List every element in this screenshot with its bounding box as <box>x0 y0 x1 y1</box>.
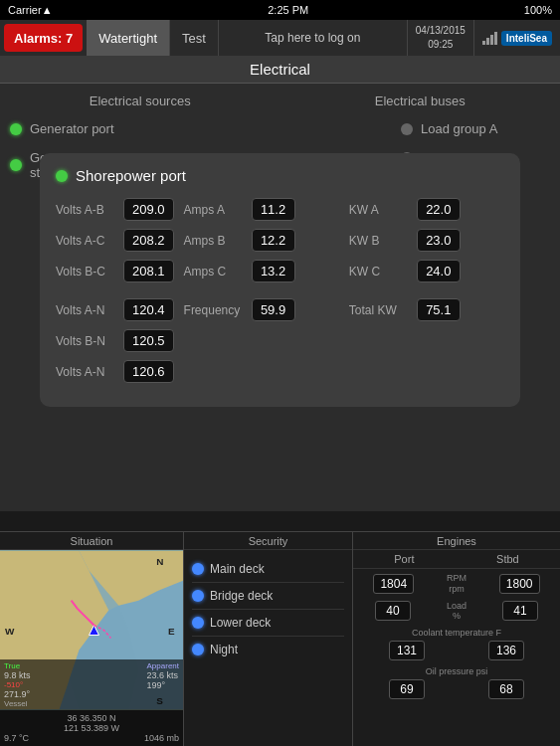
shore-volts-col: Volts A-B 209.0 Volts A-C 208.2 Volts B-… <box>56 198 174 391</box>
port-label: Port <box>394 553 414 565</box>
port-coolant: 131 <box>389 641 425 660</box>
volts-ac-value: 208.2 <box>123 229 174 252</box>
volts-bc-value: 208.1 <box>123 260 174 282</box>
volts-bc-row: Volts B-C 208.1 <box>56 260 174 282</box>
situation-bottom: 36 36.350 N 121 53.389 W 9.7 °C 1046 mb <box>0 710 183 746</box>
port-load: 40 <box>375 601 411 621</box>
source-generator-port: Generator port <box>10 121 139 136</box>
security-title: Security <box>184 532 352 550</box>
stbd-rpm: 1800 <box>499 574 540 594</box>
amps-b-value: 12.2 <box>252 229 295 252</box>
col-headers: Electrical sources Electrical buses <box>0 84 560 114</box>
frequency-row: Frequency 59.9 <box>184 298 339 321</box>
security-night[interactable]: Night <box>192 637 344 662</box>
wifi-icon: ▲ <box>42 4 53 16</box>
volts-bn-row: Volts B-N 120.5 <box>56 329 174 352</box>
frequency-value: 59.9 <box>252 298 295 321</box>
test-tab[interactable]: Test <box>170 20 219 56</box>
engines-title: Engines <box>353 532 560 550</box>
svg-text:N: N <box>156 556 163 567</box>
volts-an-row: Volts A-N 120.4 <box>56 298 174 321</box>
engines-data: 1804 RPM rpm 1800 40 Load % 41 <box>353 569 560 709</box>
vessel-label: Vessel <box>4 699 31 708</box>
datetime-display: 04/13/2015 09:25 <box>408 20 474 56</box>
stbd-load: 41 <box>502 601 538 621</box>
security-panel: Security Main deck Bridge deck Lower dec… <box>184 532 353 746</box>
led-generator-starboard <box>10 159 22 171</box>
volts-an-value: 120.4 <box>123 298 174 321</box>
status-bar: Carrier ▲ 2:25 PM 100% <box>0 0 560 20</box>
kw-b-row: KW B 23.0 <box>349 229 504 252</box>
amps-a-value: 11.2 <box>252 198 295 221</box>
coords2: 121 53.389 W <box>4 723 179 733</box>
volts-ab-value: 209.0 <box>123 198 174 221</box>
amps-c-value: 13.2 <box>252 260 295 282</box>
situation-panel: Situation N S W E <box>0 532 184 746</box>
load-row: 40 Load % 41 <box>359 601 554 623</box>
security-bridge-deck[interactable]: Bridge deck <box>192 583 344 610</box>
kw-c-value: 24.0 <box>417 260 461 282</box>
led-load-a <box>401 123 413 135</box>
coolant-row: Coolant temperature F 131 136 <box>359 628 554 660</box>
map-area[interactable]: N S W E True 9.8 kts -510° 271.9° Vessel… <box>0 550 183 710</box>
situation-title: Situation <box>0 532 183 550</box>
col-header-buses: Electrical buses <box>280 93 561 108</box>
intellisea-logo: InteliSea <box>501 31 552 46</box>
stbd-coolant: 136 <box>488 641 524 660</box>
temp: 9.7 °C <box>4 733 29 743</box>
svg-text:W: W <box>5 626 15 637</box>
log-on-button[interactable]: Tap here to log on <box>219 20 408 56</box>
nav-bar: Alarms: 7 Watertight Test Tap here to lo… <box>0 20 560 56</box>
amps-c-row: Amps C 13.2 <box>184 260 339 282</box>
engines-panel: Engines Port Stbd 1804 RPM rpm 1800 <box>353 532 560 746</box>
security-list: Main deck Bridge deck Lower deck Night <box>184 550 352 668</box>
led-shorepower <box>56 170 68 182</box>
col-header-sources: Electrical sources <box>0 93 280 108</box>
led-bridge-deck <box>192 590 204 602</box>
port-rpm: 1804 <box>373 574 414 594</box>
map-info: True 9.8 kts -510° 271.9° Vessel Apparen… <box>0 659 183 710</box>
volts-an2-value: 120.6 <box>123 360 174 383</box>
oil-row: Oil pressure psi 69 68 <box>359 666 554 699</box>
nav-right-icons: InteliSea <box>474 20 560 56</box>
alarm-button[interactable]: Alarms: 7 <box>4 24 83 52</box>
port-oil: 69 <box>389 679 425 699</box>
led-night <box>192 644 204 655</box>
volts-ab-row: Volts A-B 209.0 <box>56 198 174 221</box>
main-content: Electrical sources Electrical buses Gene… <box>0 84 560 511</box>
security-main-deck[interactable]: Main deck <box>192 556 344 583</box>
watertight-tab[interactable]: Watertight <box>87 20 170 56</box>
total-kw-row: Total KW 75.1 <box>349 298 504 321</box>
battery-label: 100% <box>524 4 552 16</box>
volts-bn-value: 120.5 <box>123 329 174 352</box>
svg-text:E: E <box>168 626 175 637</box>
shore-title: Shorepower port <box>56 167 504 184</box>
sub-header: Electrical <box>0 56 560 84</box>
volts-an2-row: Volts A-N 120.6 <box>56 360 174 383</box>
kw-b-value: 23.0 <box>417 229 461 252</box>
page-title: Electrical <box>250 61 310 78</box>
shore-amps-col: Amps A 11.2 Amps B 12.2 Amps C 13.2 Freq… <box>184 198 339 391</box>
led-main-deck <box>192 563 204 575</box>
engines-sub-header: Port Stbd <box>353 550 560 569</box>
status-time: 2:25 PM <box>53 4 524 16</box>
amps-b-row: Amps B 12.2 <box>184 229 339 252</box>
kw-c-row: KW C 24.0 <box>349 260 504 282</box>
led-generator-port <box>10 123 22 135</box>
amps-a-row: Amps A 11.2 <box>184 198 339 221</box>
signal-icon <box>482 31 497 45</box>
shore-kw-col: KW A 22.0 KW B 23.0 KW C 24.0 Total KW 7… <box>349 198 504 391</box>
carrier-label: Carrier <box>8 4 42 16</box>
volts-ac-row: Volts A-C 208.2 <box>56 229 174 252</box>
shore-data-grid: Volts A-B 209.0 Volts A-C 208.2 Volts B-… <box>56 198 504 391</box>
rpm-row: 1804 RPM rpm 1800 <box>359 573 554 595</box>
coords: 36 36.350 N <box>4 713 179 723</box>
kw-a-row: KW A 22.0 <box>349 198 504 221</box>
security-lower-deck[interactable]: Lower deck <box>192 610 344 637</box>
bottom-panel: Situation N S W E <box>0 531 560 746</box>
kw-a-value: 22.0 <box>417 198 461 221</box>
pressure: 1046 mb <box>144 733 179 743</box>
shorepower-panel: Shorepower port Volts A-B 209.0 Volts A-… <box>40 153 520 407</box>
stbd-oil: 68 <box>488 679 524 699</box>
led-lower-deck <box>192 617 204 629</box>
